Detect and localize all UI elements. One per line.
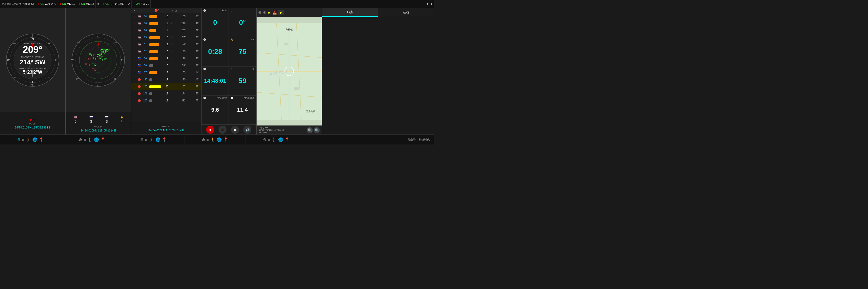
walk-icon-1[interactable]: 🚶 <box>26 137 31 142</box>
row-x: × <box>131 29 137 32</box>
row-x: × <box>131 50 137 53</box>
row-bar <box>149 36 164 39</box>
signal-info-2: + ON 7/13 12 <box>58 0 77 8</box>
walk-icon-4[interactable]: 🚶 <box>210 137 215 142</box>
compass-icon-5[interactable]: ⊕ <box>263 137 266 142</box>
stop-icon: ■ <box>234 128 236 132</box>
signal-info-4: + ON --/-- 14 14/17 <box>101 0 126 8</box>
stop-button[interactable]: ■ <box>231 126 239 134</box>
row-deg1: 133° <box>174 71 194 74</box>
row-flag: 🇷🇺 <box>137 64 142 67</box>
row-check: ✓ <box>170 85 174 88</box>
pin-icon-4[interactable]: 📍 <box>223 137 228 142</box>
row-num: 12 <box>164 43 170 46</box>
bottom-seg-5: ⊕ ≡ 🚶 🌐 📍 <box>246 135 307 144</box>
th-bar: 🔴/0 <box>149 9 164 12</box>
bottom-nav-bar: ⊕ ≡ 🚶 🌐 📍 ⊕ ≡ 🚶 🌐 📍 ⊕ ≡ 🚶 🌐 📍 ⊕ ≡ 🚶 🌐 📍 … <box>0 134 434 144</box>
map-tool-add[interactable]: ⊕ <box>258 10 261 15</box>
row-bar <box>149 85 164 88</box>
row-flag: 🔴 <box>137 78 142 81</box>
pin-icon-2[interactable]: 📍 <box>100 137 105 142</box>
grid-icon-3[interactable]: ≡ <box>145 137 147 142</box>
row-id: 86 <box>142 64 149 67</box>
map-tool-play[interactable]: ▶ <box>278 10 284 15</box>
pin-icon-3[interactable]: 📍 <box>162 137 167 142</box>
table-row: × 🔴 207 11 322° 75° <box>131 97 201 104</box>
svg-text:207: 207 <box>104 58 107 60</box>
grid-icon-2[interactable]: ≡ <box>84 137 86 142</box>
pause-button[interactable]: ⏸ <box>218 126 226 134</box>
walk-icon-3[interactable]: 🚶 <box>149 137 154 142</box>
map-bottom: MapQuest 35°05.7747'N 114°57.9086'E 24.3… <box>256 125 322 134</box>
globe-icon-3[interactable]: 🌐 <box>155 137 160 142</box>
stat-grid: 🕐 km/h 0 ▽ 0° 🕐 0:28 📏 km 75 🕐 14:48:0 <box>202 8 256 125</box>
globe-icon-2[interactable]: 🌐 <box>94 137 99 142</box>
time-icons: ⬆ ⬇ <box>151 0 434 8</box>
fraction-2: 7/13 <box>67 2 71 5</box>
tab-activity[interactable]: 活动 <box>378 8 434 17</box>
row-num: 12 <box>164 71 170 74</box>
flag-count-ru2: 🇷🇺 3 <box>105 116 108 124</box>
row-x: × <box>131 71 137 74</box>
table-row: × 🇷🇺 66 19 ✓ 196° 42° <box>131 55 201 62</box>
th-flag <box>137 9 142 12</box>
globe-icon-1[interactable]: 🌐 <box>32 137 37 142</box>
th-num <box>164 9 170 12</box>
us-count: 6 <box>74 120 76 124</box>
row-id: 193 <box>142 78 149 81</box>
wgs-label-2: WGS84 <box>94 125 102 128</box>
map-tool-share[interactable]: 📤 <box>272 10 277 14</box>
globe-icon-5[interactable]: 🌐 <box>278 137 283 142</box>
grid-icon-4[interactable]: ≡ <box>207 137 209 142</box>
num-5: 21 <box>146 2 149 5</box>
pin-icon-1[interactable]: 📍 <box>39 137 44 142</box>
svg-text:刘楼镇: 刘楼镇 <box>286 28 293 31</box>
map-tool-star[interactable]: ★ <box>268 10 271 14</box>
compass-icon-3[interactable]: ⊕ <box>140 137 144 142</box>
row-flag: 🇺🇸 <box>137 22 142 25</box>
walk-icon-2[interactable]: 🚶 <box>88 137 92 142</box>
record-button[interactable]: ● <box>206 126 214 134</box>
row-num: 13 <box>164 15 170 18</box>
globe-icon-4[interactable]: 🌐 <box>217 137 222 142</box>
grid-icon-1[interactable]: ≡ <box>22 137 24 142</box>
svg-text:26: 26 <box>101 56 103 57</box>
refresh-icon: ↻ <box>54 2 56 5</box>
panel-map: ⊕ ⊕ ★ 📤 ▶ <box>256 8 322 134</box>
table-row: × 🔴 193 19 170° 16° <box>131 76 201 83</box>
walk-icon-5[interactable]: 🚶 <box>272 137 277 142</box>
pin-icon-5[interactable]: 📍 <box>285 137 290 142</box>
stat-distance: 📏 km 75 <box>229 37 256 66</box>
table-row: × 🇺🇸 14 13 135° 58° <box>131 13 201 20</box>
compass-icon-2[interactable]: ⊕ <box>79 137 82 142</box>
map-tool-add2[interactable]: ⊕ <box>263 10 266 15</box>
stat-altitude: △ m 59 <box>229 66 256 95</box>
row-deg1: 170° <box>174 78 194 81</box>
avg-value: 9.6 <box>211 107 219 113</box>
table-header: × 🔴/0 ✓ △ <box>131 8 201 13</box>
zoom-out-button[interactable]: 🔍 <box>307 127 313 133</box>
row-id: 32 <box>142 50 149 53</box>
row-deg2: 56° <box>194 43 201 46</box>
stat-max: 🕐 MAX km/h 11.4 <box>229 95 256 125</box>
row-bar <box>149 78 164 82</box>
row-check: ✓ <box>170 22 174 25</box>
waypoint-content <box>322 17 434 134</box>
row-id: 31 <box>142 43 149 46</box>
audio-button[interactable]: 🔊 <box>243 126 251 134</box>
compass-icon-4[interactable]: ⊕ <box>202 137 205 142</box>
row-bar <box>149 57 164 60</box>
row-id: 66 <box>142 57 149 60</box>
zoom-in-button[interactable]: 🔍 <box>314 127 320 133</box>
row-x: × <box>131 15 137 18</box>
ru-count-2: 3 <box>106 120 108 124</box>
svg-text:N: N <box>97 39 99 42</box>
compass-icon-1[interactable]: ⊕ <box>17 137 21 142</box>
tab-waypoints[interactable]: 航点 <box>322 8 378 17</box>
plus-icon-1: + <box>38 2 39 6</box>
grid-icon-5[interactable]: ≡ <box>268 137 270 142</box>
speed-unit: km/h <box>222 9 227 12</box>
table-row: × 🇷🇺 87 12 ✓ 133° 9° <box>131 69 201 76</box>
bottom-seg-2: ⊕ ≡ 🚶 🌐 📍 <box>61 135 123 144</box>
compass-container-right: N S W E NE NW SE SW <box>71 33 126 88</box>
